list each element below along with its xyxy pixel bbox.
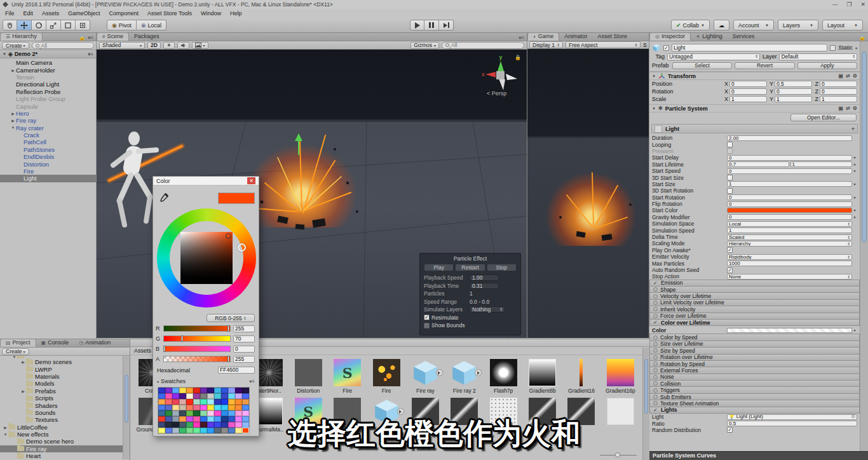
hierarchy-item-reflection-probe[interactable]: Reflection Probe bbox=[0, 88, 96, 95]
close-icon[interactable]: ✕ bbox=[247, 177, 255, 184]
project-folder-textures[interactable]: Textures bbox=[0, 416, 130, 423]
project-folder-prefabs[interactable]: ▶Prefabs bbox=[0, 388, 130, 395]
project-folder-scripts[interactable]: Scripts bbox=[0, 395, 130, 402]
rect-tool-icon[interactable] bbox=[61, 20, 76, 30]
module-checkbox[interactable]: ✓ bbox=[653, 320, 658, 325]
swatch-cell[interactable] bbox=[221, 428, 228, 433]
swatch-cell[interactable] bbox=[186, 410, 193, 416]
hierarchy-item-cameraholder[interactable]: ▶CameraHolder bbox=[0, 66, 96, 73]
module-checkbox[interactable]: ✓ bbox=[653, 407, 658, 413]
presets-icon[interactable]: ▣ bbox=[839, 105, 844, 111]
swatch-cell[interactable] bbox=[214, 428, 221, 433]
hierarchy-item-pathstones[interactable]: PathStones bbox=[0, 146, 96, 153]
lock-icon[interactable]: 🔒 bbox=[79, 35, 85, 41]
project-folder-shaders[interactable]: Shaders bbox=[0, 402, 130, 409]
swatch-cell[interactable] bbox=[186, 399, 193, 405]
swatch-cell[interactable] bbox=[235, 393, 242, 399]
particle-stop-button[interactable]: Stop bbox=[487, 264, 517, 271]
random-dropdown-icon[interactable]: ▼ bbox=[852, 328, 857, 332]
transform-scale-z-field[interactable]: 1 bbox=[820, 96, 857, 102]
swatch-cell[interactable] bbox=[235, 428, 242, 433]
swatch-cell[interactable] bbox=[158, 410, 165, 416]
asset-distortion[interactable]: Distortion bbox=[289, 359, 328, 394]
hierarchy-item-main-camera[interactable]: Main Camera bbox=[0, 59, 96, 66]
swatch-cell[interactable] bbox=[179, 410, 186, 416]
swatch-cell[interactable] bbox=[179, 393, 186, 399]
random-dropdown-icon[interactable]: ▼ bbox=[852, 208, 857, 212]
module-checkbox[interactable] bbox=[653, 307, 658, 311]
project-create-button[interactable]: Create▾ bbox=[2, 348, 29, 355]
panel-menu-icon[interactable]: ▾≡ bbox=[88, 35, 93, 41]
plus-icon[interactable]: + bbox=[851, 126, 855, 132]
prefab-select-button[interactable]: Select bbox=[672, 62, 732, 69]
ratio-field[interactable]: 0.5 bbox=[727, 421, 857, 426]
swatch-cell[interactable] bbox=[235, 399, 242, 405]
hierarchy-item-pathcell[interactable]: PathCell bbox=[0, 139, 96, 145]
expand-arrow-icon[interactable]: ▶ bbox=[10, 68, 16, 72]
open-editor-button[interactable]: Open Editor... bbox=[790, 114, 857, 121]
swatch-cell[interactable] bbox=[186, 422, 193, 428]
gizmos-dropdown[interactable]: Gizmos▾ bbox=[410, 42, 439, 49]
2d-toggle[interactable]: 2D bbox=[147, 42, 161, 49]
tab-animator[interactable]: Animator bbox=[559, 32, 592, 41]
scene-search-input[interactable]: All bbox=[442, 42, 524, 49]
tab-scene[interactable]: #Scene bbox=[97, 32, 129, 41]
hierarchy-item-capsule[interactable]: Capsule bbox=[0, 102, 96, 109]
hue-selector[interactable] bbox=[238, 243, 246, 252]
prefab-expand-badge[interactable] bbox=[475, 369, 482, 376]
project-folder-demo-scene-hero[interactable]: Demo scene hero bbox=[0, 438, 130, 445]
tab-hierarchy[interactable]: ☰Hierarchy bbox=[0, 32, 43, 41]
swatch-cell[interactable] bbox=[158, 416, 165, 422]
swatch-cell[interactable] bbox=[235, 388, 242, 393]
asset-gradient16[interactable]: Gradient16 bbox=[562, 359, 600, 394]
step-button[interactable] bbox=[439, 20, 454, 30]
inspector-scrollbar[interactable] bbox=[860, 41, 868, 451]
swatch-cell[interactable] bbox=[179, 422, 186, 428]
asset-fire-ray-2[interactable]: Fire ray 2 bbox=[445, 359, 484, 394]
pe-check-show-bounds[interactable]: Show Bounds bbox=[424, 321, 517, 330]
hex-input[interactable]: FF4600 bbox=[218, 367, 255, 374]
hierarchy-item-fire-ray[interactable]: ▶Fire ray bbox=[0, 117, 96, 124]
swatch-cell[interactable] bbox=[158, 388, 165, 393]
panel-menu-icon[interactable]: ▾≡ bbox=[516, 35, 527, 41]
swatch-cell[interactable] bbox=[165, 422, 172, 428]
swatch-cell[interactable] bbox=[186, 393, 193, 399]
swatch-cell[interactable] bbox=[242, 416, 249, 422]
slider-handle[interactable] bbox=[227, 356, 229, 362]
move-tool-icon[interactable] bbox=[17, 20, 32, 30]
swatch-cell[interactable] bbox=[200, 393, 207, 399]
expand-arrow-icon[interactable]: ▶ bbox=[20, 360, 26, 364]
hierarchy-item-light[interactable]: Light bbox=[0, 175, 96, 182]
particle-system-header[interactable]: ▼ ✱ Particle System ▣ ⇄ ⚙ bbox=[649, 104, 860, 112]
module-checkbox[interactable] bbox=[653, 368, 658, 372]
module-checkbox[interactable] bbox=[653, 348, 658, 353]
assets-scrollbar[interactable] bbox=[642, 348, 649, 460]
particle-restart-button[interactable]: Restart bbox=[455, 264, 485, 271]
swatch-cell[interactable] bbox=[200, 410, 207, 416]
tab-game[interactable]: ◗Game bbox=[527, 32, 559, 41]
swatch-cell[interactable] bbox=[242, 405, 249, 410]
swatch-cell[interactable] bbox=[179, 388, 186, 393]
swatch-cell[interactable] bbox=[165, 388, 172, 393]
prefab-apply-button[interactable]: Apply bbox=[797, 62, 857, 69]
slider-value-field[interactable]: 70 bbox=[233, 335, 255, 342]
tab-inspector[interactable]: ◎Inspector bbox=[649, 33, 691, 41]
swatch-cell[interactable] bbox=[228, 399, 235, 405]
random-dropdown-icon[interactable]: ▼ bbox=[852, 169, 857, 173]
play-button[interactable] bbox=[410, 20, 424, 30]
module-checkbox[interactable] bbox=[653, 287, 658, 292]
swatch-cell[interactable] bbox=[235, 410, 242, 416]
swatch-cell[interactable] bbox=[207, 422, 214, 428]
swatch-cell[interactable] bbox=[179, 416, 186, 422]
swatch-cell[interactable] bbox=[172, 393, 179, 399]
project-folder-littlecoffee[interactable]: ▶LittleCoffee bbox=[0, 424, 130, 431]
aspect-dropdown[interactable]: Free Aspect⇕ bbox=[566, 41, 641, 48]
scene-audio-toggle[interactable] bbox=[177, 42, 189, 49]
pe-check-resimulate[interactable]: ✓Resimulate bbox=[424, 314, 517, 322]
swatch-cell[interactable] bbox=[228, 410, 235, 416]
hierarchy-item-terrain[interactable]: Terrain bbox=[0, 74, 96, 81]
ps-value-field[interactable]: 0.7 bbox=[727, 161, 789, 167]
ps-value-field[interactable]: 0 bbox=[727, 214, 852, 220]
presets-icon[interactable]: ▣ bbox=[839, 73, 844, 79]
module-checkbox[interactable] bbox=[653, 355, 658, 360]
